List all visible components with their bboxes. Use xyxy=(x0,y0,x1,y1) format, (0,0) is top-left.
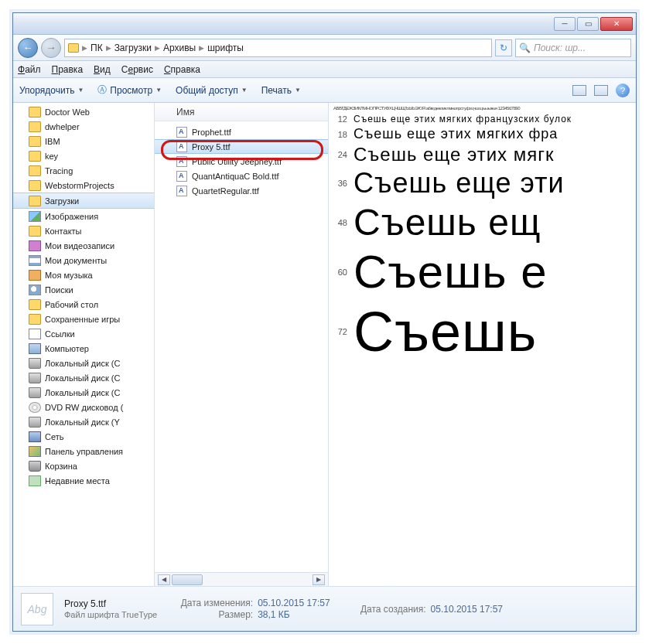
close-button[interactable]: ✕ xyxy=(600,17,633,31)
menu-tools[interactable]: Сервис xyxy=(121,64,153,75)
size-value: 38,1 КБ xyxy=(258,609,290,620)
file-item[interactable]: QuantAntiquaC Bold.ttf xyxy=(155,169,328,183)
toolbar: Упорядочить▼ ⒶПросмотр▼ Общий доступ▼ Пе… xyxy=(13,78,636,103)
recent-icon xyxy=(29,475,41,486)
file-item[interactable]: QuartetRegular.ttf xyxy=(155,183,328,198)
crumb-item[interactable]: Загрузки xyxy=(114,43,152,53)
tree-item[interactable]: WebstormProjects xyxy=(13,178,154,193)
chevron-right-icon: ▶ xyxy=(155,44,160,52)
folder-icon xyxy=(29,180,41,191)
minimize-button[interactable]: ─ xyxy=(554,17,576,31)
maximize-button[interactable]: ▭ xyxy=(577,17,599,31)
link-icon xyxy=(29,329,41,339)
size-label: Размер: xyxy=(168,609,253,620)
preview-row: 72Съешь xyxy=(333,300,631,363)
menu-help[interactable]: Справка xyxy=(164,64,200,75)
modified-label: Дата изменения: xyxy=(168,598,253,608)
tree-item[interactable]: Корзина xyxy=(13,458,154,473)
preview-text: Съешь еще этих мягких французских булок xyxy=(354,114,572,124)
chevron-down-icon: ▼ xyxy=(295,87,301,94)
disk-icon xyxy=(29,373,41,383)
preview-button[interactable]: ⒶПросмотр▼ xyxy=(97,83,162,97)
tree-item[interactable]: Мои видеозаписи xyxy=(13,238,154,253)
tree-item-label: Ссылки xyxy=(45,329,75,339)
menu-view[interactable]: Вид xyxy=(94,64,111,75)
forward-button[interactable]: → xyxy=(41,38,61,58)
net-icon xyxy=(29,431,41,442)
menu-edit[interactable]: Правка xyxy=(52,64,84,75)
tree-item[interactable]: Изображения xyxy=(13,209,154,223)
folder-icon xyxy=(29,136,41,147)
tree-item[interactable]: Локальный диск (C xyxy=(13,385,154,400)
tree-item[interactable]: IBM xyxy=(13,134,154,148)
tree-item[interactable]: Компьютер xyxy=(13,341,154,356)
back-button[interactable]: ← xyxy=(18,38,38,58)
tree-item[interactable]: Недавние места xyxy=(13,473,154,488)
tree-item[interactable]: Моя музыка xyxy=(13,267,154,282)
share-button[interactable]: Общий доступ▼ xyxy=(176,85,248,96)
tree-item[interactable]: key xyxy=(13,148,154,163)
tree-item-label: Поиски xyxy=(45,285,73,295)
font-size-label: 24 xyxy=(333,150,347,159)
chevron-right-icon: ▶ xyxy=(199,44,204,52)
tree-item[interactable]: Контакты xyxy=(13,223,154,238)
tree-item[interactable]: Локальный диск (Y xyxy=(13,414,154,429)
view-mode-button[interactable] xyxy=(572,85,586,96)
organize-button[interactable]: Упорядочить▼ xyxy=(19,85,84,96)
search-placeholder: Поиск: шр... xyxy=(534,43,586,53)
tree-item[interactable]: Локальный диск (C xyxy=(13,370,154,385)
tree-item-label: Рабочий стол xyxy=(45,300,98,309)
tree-item[interactable]: Поиски xyxy=(13,282,154,297)
tree-item[interactable]: DVD RW дисковод ( xyxy=(13,400,154,414)
search-input[interactable]: 🔍 Поиск: шр... xyxy=(515,39,631,57)
file-item[interactable]: Prophet.ttf xyxy=(155,124,328,139)
preview-text: Съешь еще эти xyxy=(354,167,565,199)
vid-icon xyxy=(29,240,41,251)
tree-item[interactable]: Tracing xyxy=(13,163,154,178)
tree-item[interactable]: Doctor Web xyxy=(13,104,154,119)
navbar: ← → ▶ ПК ▶ Загрузки ▶ Архивы ▶ шрифты ↻ … xyxy=(13,35,636,61)
preview-row: 18Съешь еще этих мягких фра xyxy=(333,126,631,142)
crumb-item[interactable]: шрифты xyxy=(207,43,244,53)
dvd-icon xyxy=(29,402,41,413)
crumb-root[interactable]: ПК xyxy=(91,43,103,53)
music-icon xyxy=(29,270,41,281)
crumb-item[interactable]: Архивы xyxy=(163,43,196,53)
scroll-left-button[interactable]: ◀ xyxy=(158,574,170,585)
tree-item-label: Локальный диск (C xyxy=(45,373,120,383)
font-size-label: 60 xyxy=(333,267,347,277)
menu-file[interactable]: Файл xyxy=(18,64,41,75)
tree-item[interactable]: Панель управления xyxy=(13,444,154,458)
help-button[interactable]: ? xyxy=(616,83,630,97)
preview-header: АБВГДЕЖЗИКЛМНОПРСТУФХЦЧШЩЪЫЬЭЮЯ абвгдежз… xyxy=(333,106,631,111)
scroll-right-button[interactable]: ▶ xyxy=(313,574,325,585)
print-button[interactable]: Печать▼ xyxy=(261,85,301,96)
preview-row: 12Съешь еще этих мягких французских було… xyxy=(333,114,631,124)
font-file-icon xyxy=(176,171,187,182)
tree-item-label: Сеть xyxy=(45,432,63,441)
file-name: Public Utility Jeepney.ttf xyxy=(192,157,282,166)
nav-tree[interactable]: Doctor WebdwhelperIBMkeyTracingWebstormP… xyxy=(13,103,155,586)
preview-text: Съешь ещ xyxy=(354,201,541,244)
preview-pane-button[interactable] xyxy=(594,85,608,96)
tree-item-label: Doctor Web xyxy=(45,107,90,117)
file-item[interactable]: Proxy 5.ttf xyxy=(155,139,328,154)
tree-item[interactable]: Сеть xyxy=(13,429,154,444)
breadcrumb[interactable]: ▶ ПК ▶ Загрузки ▶ Архивы ▶ шрифты xyxy=(64,39,492,57)
refresh-button[interactable]: ↻ xyxy=(495,39,512,56)
tree-item[interactable]: Сохраненные игры xyxy=(13,312,154,326)
tree-item[interactable]: dwhelper xyxy=(13,119,154,134)
chevron-down-icon: ▼ xyxy=(155,87,162,94)
tree-item-label: Корзина xyxy=(45,462,77,471)
tree-item[interactable]: Загрузки xyxy=(13,193,154,209)
search-icon: 🔍 xyxy=(519,43,531,53)
column-header-name[interactable]: Имя xyxy=(155,103,328,121)
tree-item[interactable]: Мои документы xyxy=(13,253,154,267)
file-item[interactable]: Public Utility Jeepney.ttf xyxy=(155,154,328,169)
horizontal-scrollbar[interactable]: ◀ ▶ xyxy=(155,572,328,586)
tree-item[interactable]: Рабочий стол xyxy=(13,297,154,312)
tree-item[interactable]: Локальный диск (C xyxy=(13,356,154,370)
tree-item[interactable]: Ссылки xyxy=(13,326,154,341)
scroll-thumb[interactable] xyxy=(172,574,203,585)
explorer-window: ─ ▭ ✕ ← → ▶ ПК ▶ Загрузки ▶ Архивы ▶ шри… xyxy=(12,12,637,632)
